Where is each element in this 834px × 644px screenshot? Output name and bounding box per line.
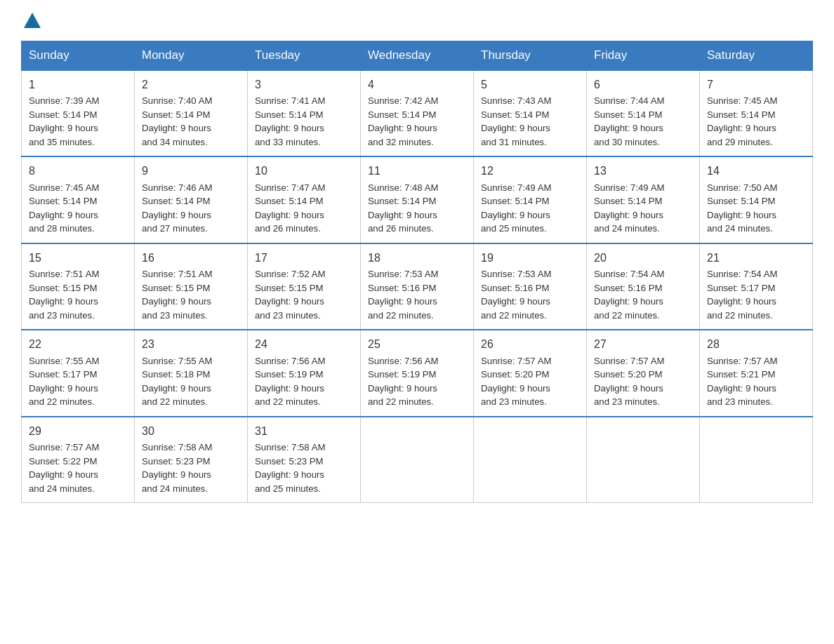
day-header-sunday: Sunday: [22, 41, 135, 71]
calendar-cell: 18 Sunrise: 7:53 AM Sunset: 5:16 PM Dayl…: [361, 243, 474, 330]
day-sunrise: Sunrise: 7:56 AM: [368, 356, 438, 366]
calendar-cell: 9 Sunrise: 7:46 AM Sunset: 5:14 PM Dayli…: [135, 156, 248, 243]
day-daylight: Daylight: 9 hours and 33 minutes.: [255, 123, 324, 147]
day-daylight: Daylight: 9 hours and 24 minutes.: [29, 469, 98, 494]
day-sunrise: Sunrise: 7:43 AM: [481, 95, 551, 106]
day-number: 18: [368, 250, 466, 266]
day-number: 23: [142, 336, 240, 352]
day-sunset: Sunset: 5:18 PM: [142, 369, 211, 380]
day-number: 27: [594, 336, 692, 352]
calendar-cell: 2 Sunrise: 7:40 AM Sunset: 5:14 PM Dayli…: [135, 70, 248, 156]
calendar-cell: 31 Sunrise: 7:58 AM Sunset: 5:23 PM Dayl…: [248, 417, 361, 503]
day-daylight: Daylight: 9 hours and 23 minutes.: [707, 383, 776, 408]
day-number: 24: [255, 336, 353, 352]
day-daylight: Daylight: 9 hours and 29 minutes.: [707, 123, 776, 147]
calendar-cell: 29 Sunrise: 7:57 AM Sunset: 5:22 PM Dayl…: [22, 417, 135, 503]
day-sunrise: Sunrise: 7:55 AM: [142, 356, 212, 366]
days-of-week-row: SundayMondayTuesdayWednesdayThursdayFrid…: [22, 41, 813, 71]
day-number: 30: [142, 423, 240, 439]
week-row-3: 15 Sunrise: 7:51 AM Sunset: 5:15 PM Dayl…: [22, 243, 813, 330]
day-sunrise: Sunrise: 7:41 AM: [255, 95, 325, 106]
day-header-tuesday: Tuesday: [248, 41, 361, 71]
day-sunset: Sunset: 5:16 PM: [368, 283, 437, 293]
day-number: 29: [29, 423, 127, 439]
day-daylight: Daylight: 9 hours and 32 minutes.: [368, 123, 437, 147]
calendar-cell: 28 Sunrise: 7:57 AM Sunset: 5:21 PM Dayl…: [700, 330, 813, 416]
day-sunset: Sunset: 5:16 PM: [594, 283, 663, 293]
day-sunset: Sunset: 5:14 PM: [707, 109, 776, 120]
day-daylight: Daylight: 9 hours and 22 minutes.: [29, 383, 98, 408]
day-sunset: Sunset: 5:14 PM: [255, 196, 324, 206]
day-sunset: Sunset: 5:22 PM: [29, 456, 98, 467]
day-number: 2: [142, 76, 240, 93]
day-daylight: Daylight: 9 hours and 24 minutes.: [594, 210, 663, 234]
day-sunset: Sunset: 5:19 PM: [255, 369, 324, 380]
day-sunrise: Sunrise: 7:42 AM: [368, 95, 438, 106]
day-daylight: Daylight: 9 hours and 22 minutes.: [142, 383, 211, 408]
day-sunset: Sunset: 5:23 PM: [142, 456, 211, 467]
calendar-cell: 6 Sunrise: 7:44 AM Sunset: 5:14 PM Dayli…: [587, 70, 700, 156]
day-sunset: Sunset: 5:15 PM: [142, 283, 211, 293]
calendar-cell: 17 Sunrise: 7:52 AM Sunset: 5:15 PM Dayl…: [248, 243, 361, 330]
day-number: 19: [481, 250, 579, 266]
day-daylight: Daylight: 9 hours and 23 minutes.: [594, 383, 663, 408]
day-sunrise: Sunrise: 7:46 AM: [142, 182, 212, 193]
day-number: 17: [255, 250, 353, 266]
day-daylight: Daylight: 9 hours and 35 minutes.: [29, 123, 98, 147]
day-sunrise: Sunrise: 7:58 AM: [255, 442, 325, 452]
day-sunrise: Sunrise: 7:45 AM: [29, 182, 99, 193]
day-number: 16: [142, 250, 240, 266]
calendar-cell: 27 Sunrise: 7:57 AM Sunset: 5:20 PM Dayl…: [587, 330, 700, 416]
day-sunrise: Sunrise: 7:55 AM: [29, 356, 99, 366]
calendar-cell: 7 Sunrise: 7:45 AM Sunset: 5:14 PM Dayli…: [700, 70, 813, 156]
day-number: 20: [594, 250, 692, 266]
calendar-cell: 30 Sunrise: 7:58 AM Sunset: 5:23 PM Dayl…: [135, 417, 248, 503]
calendar-cell: 5 Sunrise: 7:43 AM Sunset: 5:14 PM Dayli…: [474, 70, 587, 156]
calendar-cell: 13 Sunrise: 7:49 AM Sunset: 5:14 PM Dayl…: [587, 156, 700, 243]
day-sunset: Sunset: 5:16 PM: [481, 283, 550, 293]
day-sunrise: Sunrise: 7:57 AM: [707, 356, 777, 366]
page-header: [21, 14, 813, 27]
day-sunrise: Sunrise: 7:44 AM: [594, 95, 664, 106]
day-number: 15: [29, 250, 127, 266]
calendar-cell: 3 Sunrise: 7:41 AM Sunset: 5:14 PM Dayli…: [248, 70, 361, 156]
calendar-cell: 15 Sunrise: 7:51 AM Sunset: 5:15 PM Dayl…: [22, 243, 135, 330]
calendar-cell: 21 Sunrise: 7:54 AM Sunset: 5:17 PM Dayl…: [700, 243, 813, 330]
calendar-body: 1 Sunrise: 7:39 AM Sunset: 5:14 PM Dayli…: [22, 70, 813, 503]
day-number: 26: [481, 336, 579, 352]
logo: [21, 14, 41, 27]
day-number: 1: [29, 76, 127, 93]
day-header-thursday: Thursday: [474, 41, 587, 71]
day-sunrise: Sunrise: 7:51 AM: [142, 269, 212, 279]
day-number: 12: [481, 163, 579, 179]
calendar-cell: 4 Sunrise: 7:42 AM Sunset: 5:14 PM Dayli…: [361, 70, 474, 156]
day-sunrise: Sunrise: 7:56 AM: [255, 356, 325, 366]
day-sunset: Sunset: 5:14 PM: [368, 196, 437, 206]
week-row-5: 29 Sunrise: 7:57 AM Sunset: 5:22 PM Dayl…: [22, 417, 813, 503]
calendar-cell: 12 Sunrise: 7:49 AM Sunset: 5:14 PM Dayl…: [474, 156, 587, 243]
day-sunrise: Sunrise: 7:57 AM: [594, 356, 664, 366]
day-daylight: Daylight: 9 hours and 23 minutes.: [255, 296, 324, 321]
calendar-cell: 24 Sunrise: 7:56 AM Sunset: 5:19 PM Dayl…: [248, 330, 361, 416]
day-header-monday: Monday: [135, 41, 248, 71]
day-header-friday: Friday: [587, 41, 700, 71]
day-number: 5: [481, 76, 579, 93]
day-sunset: Sunset: 5:20 PM: [594, 369, 663, 380]
day-daylight: Daylight: 9 hours and 31 minutes.: [481, 123, 550, 147]
day-sunrise: Sunrise: 7:51 AM: [29, 269, 99, 279]
day-sunrise: Sunrise: 7:50 AM: [707, 182, 777, 193]
day-sunrise: Sunrise: 7:54 AM: [707, 269, 777, 279]
day-header-wednesday: Wednesday: [361, 41, 474, 71]
day-daylight: Daylight: 9 hours and 25 minutes.: [481, 210, 550, 234]
day-number: 11: [368, 163, 466, 179]
day-sunset: Sunset: 5:20 PM: [481, 369, 550, 380]
day-daylight: Daylight: 9 hours and 26 minutes.: [368, 210, 437, 234]
day-sunset: Sunset: 5:14 PM: [707, 196, 776, 206]
day-sunset: Sunset: 5:15 PM: [29, 283, 98, 293]
day-sunrise: Sunrise: 7:52 AM: [255, 269, 325, 279]
calendar-cell: 14 Sunrise: 7:50 AM Sunset: 5:14 PM Dayl…: [700, 156, 813, 243]
day-sunrise: Sunrise: 7:47 AM: [255, 182, 325, 193]
calendar-cell: [587, 417, 700, 503]
day-sunrise: Sunrise: 7:48 AM: [368, 182, 438, 193]
day-daylight: Daylight: 9 hours and 25 minutes.: [255, 469, 324, 494]
